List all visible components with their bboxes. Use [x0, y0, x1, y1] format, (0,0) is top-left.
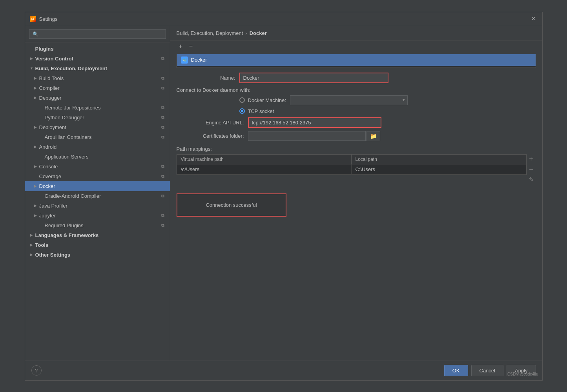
arrow-icon [33, 173, 38, 179]
tcp-socket-row: TCP socket [177, 108, 536, 114]
remove-docker-button[interactable]: − [187, 42, 195, 51]
sidebar-item-label: Console [39, 164, 160, 170]
arrow-icon: ▶ [33, 124, 38, 130]
sidebar-item-label: Languages & Frameworks [35, 232, 166, 238]
copy-icon: ⧉ [160, 164, 166, 169]
sidebar-item-remote-jar[interactable]: Remote Jar Repositories ⧉ [25, 103, 170, 113]
sidebar-item-tools[interactable]: ▶ Tools [25, 240, 170, 250]
arrow-icon [38, 105, 44, 110]
tcp-socket-radio[interactable] [239, 108, 245, 114]
arrow-icon: ▶ [33, 213, 38, 218]
arrow-icon: ▶ [33, 203, 38, 208]
name-row: Name: [177, 73, 536, 83]
sidebar-item-python-debugger[interactable]: Python Debugger ⧉ [25, 113, 170, 122]
sidebar-item-android[interactable]: ▶ Android [25, 142, 170, 152]
path-mappings-container: Virtual machine path Local path /c/Users… [177, 154, 536, 183]
sidebar-item-compiler[interactable]: ▶ Compiler ⧉ [25, 83, 170, 93]
docker-list-item[interactable]: 🐳 Docker [177, 54, 536, 66]
docker-machine-radio[interactable] [239, 97, 245, 103]
sidebar-item-languages[interactable]: ▶ Languages & Frameworks [25, 230, 170, 240]
cancel-button[interactable]: Cancel [471, 365, 503, 376]
sidebar-item-label: Version Control [35, 56, 160, 62]
sidebar-item-build-tools[interactable]: ▶ Build Tools ⧉ [25, 73, 170, 83]
arrow-icon: ▶ [33, 95, 38, 100]
sidebar-item-label: Required Plugins [45, 222, 160, 228]
copy-icon: ⧉ [160, 75, 166, 81]
settings-dialog: IJ Settings × Plugins ▶ Version Control … [25, 12, 543, 381]
breadcrumb: Build, Execution, Deployment › Docker [170, 26, 542, 40]
name-label: Name: [177, 75, 239, 81]
copy-icon: ⧉ [160, 193, 166, 199]
path-table: Virtual machine path Local path /c/Users… [177, 154, 527, 179]
certificates-input[interactable] [248, 131, 366, 141]
local-path-header: Local path [352, 155, 526, 164]
docker-icon: 🐳 [181, 57, 188, 64]
sidebar-item-label: Gradle-Android Compiler [45, 193, 160, 199]
docker-item-label: Docker [191, 57, 207, 63]
title-bar-left: IJ Settings [30, 16, 58, 22]
sidebar-item-label: Plugins [35, 46, 166, 52]
sidebar-item-app-servers[interactable]: Application Servers [25, 152, 170, 162]
sidebar-item-label: Tools [35, 242, 166, 248]
sidebar-item-jupyter[interactable]: ▶ Jupyter ⧉ [25, 211, 170, 221]
arrow-icon: ▼ [29, 66, 35, 71]
engine-api-input[interactable] [248, 117, 381, 128]
sidebar-item-required-plugins[interactable]: Required Plugins ⧉ [25, 221, 170, 230]
path-mappings-section: Path mappings: Virtual machine path Loca… [177, 146, 536, 183]
arrow-icon [38, 115, 44, 120]
arrow-icon: ▶ [33, 85, 38, 91]
browse-folder-button[interactable]: 📁 [366, 131, 380, 141]
engine-api-label: Engine API URL: [185, 120, 248, 126]
sidebar-item-label: Deployment [39, 124, 160, 130]
tcp-socket-label: TCP socket [248, 108, 274, 114]
connection-section: Connection successful [177, 190, 536, 221]
main-content: Plugins ▶ Version Control ⧉ ▼ Build, Exe… [25, 26, 542, 361]
close-button[interactable]: × [530, 15, 538, 23]
copy-icon: ⧉ [160, 222, 166, 228]
sidebar-item-plugins[interactable]: Plugins [25, 44, 170, 54]
sidebar-item-console[interactable]: ▶ Console ⧉ [25, 162, 170, 171]
docker-machine-dropdown-wrapper [290, 95, 408, 105]
arrow-icon [38, 134, 44, 140]
vm-path-cell: /c/Users [177, 164, 352, 174]
sidebar-item-other-settings[interactable]: ▶ Other Settings [25, 250, 170, 260]
sidebar-item-java-profiler[interactable]: ▶ Java Profiler [25, 201, 170, 211]
vm-path-header: Virtual machine path [177, 155, 352, 164]
content-area: Build, Execution, Deployment › Docker + … [170, 26, 542, 361]
sidebar-item-label: Remote Jar Repositories [45, 105, 160, 111]
watermark: CSDN @code4liu [507, 372, 538, 376]
name-input[interactable] [239, 73, 388, 83]
copy-icon: ⧉ [160, 115, 166, 120]
arrow-icon [38, 193, 44, 199]
sidebar-item-debugger[interactable]: ▶ Debugger [25, 93, 170, 103]
arrow-icon: ▶ [33, 164, 38, 169]
sidebar-item-label: Java Profiler [39, 203, 166, 209]
sidebar-item-build-exec-deploy[interactable]: ▼ Build, Execution, Deployment [25, 64, 170, 73]
copy-icon: ⧉ [160, 134, 166, 140]
sidebar-item-label: Jupyter [39, 213, 160, 219]
sidebar-item-docker[interactable]: ▶ Docker [25, 181, 170, 191]
sidebar-item-version-control[interactable]: ▶ Version Control ⧉ [25, 54, 170, 64]
add-path-button[interactable]: + [528, 154, 534, 164]
local-path-cell: C:\Users [352, 164, 526, 174]
sidebar-item-coverage[interactable]: Coverage ⧉ [25, 171, 170, 181]
copy-icon: ⧉ [160, 124, 166, 130]
remove-path-button[interactable]: − [528, 165, 534, 175]
sidebar-item-deployment[interactable]: ▶ Deployment ⧉ [25, 122, 170, 132]
add-docker-button[interactable]: + [177, 42, 185, 51]
path-mappings-label: Path mappings: [177, 146, 536, 152]
docker-list: 🐳 Docker [177, 54, 536, 68]
sidebar-item-arquillian[interactable]: Arquillian Containers ⧉ [25, 132, 170, 142]
sidebar-item-gradle-android[interactable]: Gradle-Android Compiler ⧉ [25, 191, 170, 201]
help-button[interactable]: ? [31, 365, 42, 376]
nav-tree: Plugins ▶ Version Control ⧉ ▼ Build, Exe… [25, 42, 170, 361]
search-input[interactable] [29, 29, 166, 39]
edit-path-button[interactable]: ✎ [528, 175, 534, 183]
sidebar-item-label: Docker [39, 183, 166, 189]
breadcrumb-current: Docker [250, 30, 267, 36]
docker-machine-dropdown[interactable] [290, 95, 408, 105]
copy-icon: ⧉ [160, 85, 166, 91]
sidebar-item-label: Compiler [39, 85, 160, 91]
ok-button[interactable]: OK [444, 365, 468, 376]
breadcrumb-parent: Build, Execution, Deployment [177, 30, 243, 36]
